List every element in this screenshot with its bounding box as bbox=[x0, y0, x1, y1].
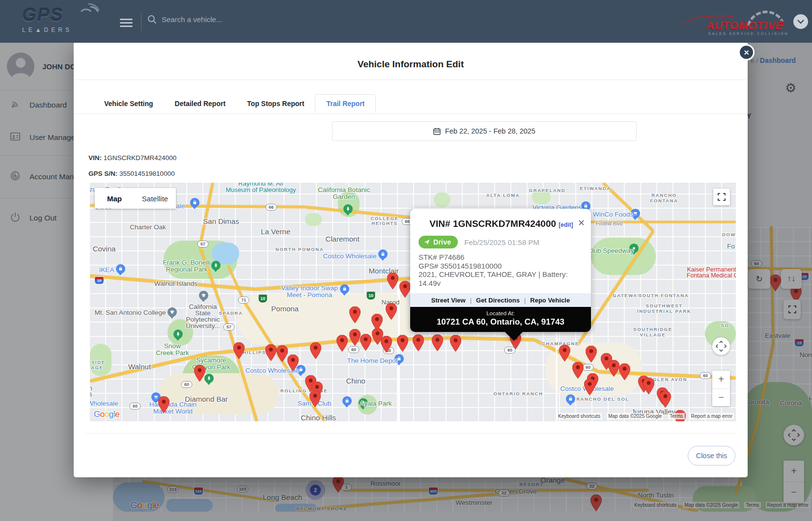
action-get-directions[interactable]: Get Directions bbox=[476, 297, 520, 304]
tab-vehicle-setting[interactable]: Vehicle Setting bbox=[93, 95, 164, 112]
edit-link[interactable]: [edit] bbox=[559, 221, 573, 228]
map-type-map[interactable]: Map bbox=[95, 188, 134, 209]
map-pan-control[interactable] bbox=[712, 337, 730, 355]
poi-marker-bag-icon[interactable] bbox=[342, 396, 352, 406]
map-label: ALTA LOMA bbox=[486, 192, 520, 198]
vehicle-pin-icon[interactable] bbox=[336, 335, 348, 354]
map-label: SOUTHRIDGE bbox=[633, 327, 672, 332]
vehicle-pin-icon[interactable] bbox=[349, 329, 361, 348]
vehicle-pin-icon[interactable] bbox=[371, 314, 383, 332]
poi-marker-cap-icon[interactable] bbox=[168, 307, 177, 317]
app: GPS LE▲DERS AUTOMOTIVE SALES SERVICE COL… bbox=[0, 0, 812, 521]
close-icon: ✕ bbox=[744, 49, 750, 56]
poi-marker-cap-icon[interactable] bbox=[199, 291, 208, 300]
trail-map[interactable]: Map Satellite + − Google Keyboard shortc… bbox=[90, 183, 736, 421]
map-label: NORTH POMONA bbox=[276, 247, 324, 252]
vehicle-pin-icon[interactable] bbox=[349, 306, 361, 325]
tab-top-stops-report[interactable]: Top Stops Report bbox=[236, 95, 315, 112]
user-menu-button[interactable] bbox=[793, 14, 808, 29]
modal-title: Vehicle Information Edit bbox=[74, 59, 748, 70]
date-range-picker[interactable]: Feb 22, 2025 - Feb 28, 2025 bbox=[332, 121, 637, 141]
search-icon bbox=[147, 15, 157, 24]
link-separator: | bbox=[524, 297, 526, 304]
vehicle-pin-icon[interactable] bbox=[608, 360, 619, 379]
vehicle-pin-icon[interactable] bbox=[265, 344, 277, 363]
attribution-item[interactable]: Map data ©2025 Google bbox=[607, 413, 663, 419]
vehicle-pin-icon[interactable] bbox=[586, 346, 597, 364]
attribution-item[interactable]: Keyboard shortcuts bbox=[557, 413, 602, 419]
tab-detailed-report[interactable]: Detailed Report bbox=[164, 95, 236, 112]
pan-arrows-icon bbox=[715, 340, 727, 352]
vehicle-pin-icon[interactable] bbox=[387, 273, 398, 291]
poi-marker-bag-icon[interactable] bbox=[378, 249, 388, 259]
route-shield: 57 bbox=[224, 324, 235, 330]
vehicle-pin-icon[interactable] bbox=[559, 345, 570, 363]
attribution-item[interactable]: Report a map error bbox=[690, 413, 734, 419]
poi-marker-bag-icon[interactable] bbox=[340, 284, 349, 294]
map-attribution: Keyboard shortcutsMap data ©2025 GoogleT… bbox=[557, 413, 734, 419]
route-shield: 10 bbox=[259, 295, 267, 302]
attribution-item[interactable]: Terms bbox=[668, 413, 684, 419]
vehicle-pin-icon[interactable] bbox=[660, 391, 671, 410]
search-input[interactable] bbox=[162, 15, 270, 24]
map-label: GATEWAY bbox=[613, 293, 641, 298]
modal-header-divider bbox=[74, 80, 748, 80]
zoom-out-button[interactable]: − bbox=[712, 389, 730, 407]
poi-marker-bag-icon[interactable] bbox=[190, 198, 199, 207]
vehicle-pin-icon[interactable] bbox=[360, 334, 371, 353]
zoom-in-button[interactable]: + bbox=[712, 371, 730, 389]
action-street-view[interactable]: Street View bbox=[431, 297, 466, 304]
navbar-divider bbox=[141, 12, 141, 31]
map-fullscreen-button[interactable] bbox=[713, 189, 730, 205]
gps-value: 355014519810000 bbox=[119, 170, 175, 177]
route-shield: 60 bbox=[181, 381, 193, 388]
poi-marker-bag-icon[interactable] bbox=[566, 394, 575, 404]
poi-marker-bag-icon[interactable] bbox=[116, 264, 125, 274]
map-label: Walnut Islands bbox=[154, 280, 197, 287]
vehicle-pin-icon[interactable] bbox=[413, 334, 424, 353]
modal-close-button[interactable]: ✕ bbox=[738, 44, 755, 60]
vehicle-pin-icon[interactable] bbox=[194, 365, 205, 384]
vehicle-details: STK# P74686 GPS# 355014519810000 2021, C… bbox=[419, 253, 584, 287]
tab-trail-report[interactable]: Trail Report bbox=[315, 94, 376, 113]
vehicle-pin-icon[interactable] bbox=[309, 390, 321, 409]
vehicle-pin-icon[interactable] bbox=[381, 336, 392, 355]
info-window-actions: Street View|Get Directions|Repo Vehicle bbox=[410, 293, 591, 307]
vehicle-pin-icon[interactable] bbox=[158, 396, 169, 415]
menu-toggle-icon[interactable] bbox=[120, 17, 133, 27]
map-label: Charter Oak bbox=[130, 223, 166, 231]
map-label: Frank G. Bonelli bbox=[163, 259, 211, 266]
map-label: SOUTH FONTANA bbox=[639, 293, 689, 298]
poi-marker-tree-icon[interactable] bbox=[343, 204, 353, 214]
vehicle-pin-icon[interactable] bbox=[619, 363, 630, 382]
navigation-arrow-icon bbox=[423, 239, 430, 246]
vehicle-pin-icon[interactable] bbox=[432, 334, 443, 353]
map-label: The Home Depot bbox=[347, 357, 398, 364]
map-label: Regional Park bbox=[166, 266, 208, 273]
vehicle-pin-icon[interactable] bbox=[572, 362, 584, 381]
vehicle-pin-icon[interactable] bbox=[397, 335, 408, 354]
map-label: Garden bbox=[333, 193, 355, 200]
vehicle-pin-icon[interactable] bbox=[310, 342, 321, 361]
date-range-value: Feb 22, 2025 - Feb 28, 2025 bbox=[445, 127, 535, 135]
vehicle-pin-icon[interactable] bbox=[584, 379, 595, 397]
map-type-satellite[interactable]: Satellite bbox=[134, 188, 176, 209]
map-label: Covina bbox=[93, 245, 116, 253]
vehicle-pin-icon[interactable] bbox=[450, 335, 461, 354]
located-address: 10721 CA 60, Ontario, CA, 91743 bbox=[410, 317, 591, 327]
vehicle-pin-icon[interactable] bbox=[399, 281, 411, 300]
info-window-close-icon[interactable]: ✕ bbox=[578, 218, 585, 228]
poi-marker-tree-icon[interactable] bbox=[211, 261, 221, 270]
vehicle-pin-icon[interactable] bbox=[233, 342, 245, 361]
vehicle-pin-icon[interactable] bbox=[287, 355, 299, 373]
map-label: Costco Wholesale bbox=[323, 252, 377, 260]
close-this-button[interactable]: Close this bbox=[688, 446, 735, 466]
vehicle-pin-icon[interactable] bbox=[277, 345, 288, 364]
automotive-logo: AUTOMOTIVE SALES SERVICE COLLISION bbox=[687, 4, 792, 39]
vehicle-pin-icon[interactable] bbox=[386, 303, 397, 322]
poi-marker-tree-icon[interactable] bbox=[204, 374, 214, 383]
route-shield: 66 bbox=[266, 204, 277, 211]
poi-marker-tree-icon[interactable] bbox=[173, 329, 183, 339]
vehicle-pin-icon[interactable] bbox=[643, 378, 654, 396]
action-repo-vehicle[interactable]: Repo Vehicle bbox=[530, 297, 570, 304]
